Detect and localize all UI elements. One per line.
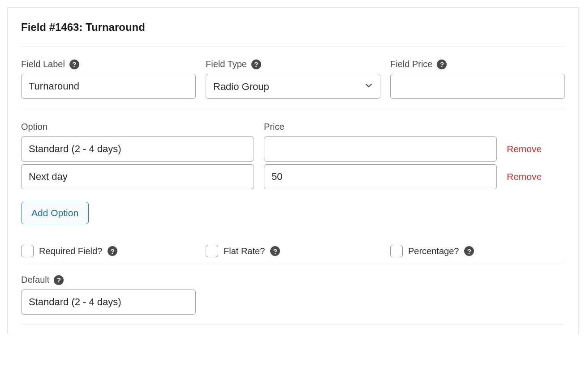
panel-title: Field #1463: Turnaround: [21, 21, 565, 34]
option-price-input[interactable]: [264, 164, 497, 189]
flat-rate-label: Flat Rate?: [224, 246, 265, 256]
field-type-col: Field Type ? Radio Group: [206, 59, 380, 99]
remove-option-button[interactable]: Remove: [507, 171, 542, 182]
field-price-input[interactable]: [390, 74, 565, 99]
remove-option-button[interactable]: Remove: [507, 144, 542, 154]
field-label-text: Field Label: [21, 59, 65, 69]
help-icon[interactable]: ?: [69, 60, 79, 69]
field-price-text: Field Price: [390, 59, 432, 69]
help-icon[interactable]: ?: [437, 60, 447, 69]
help-icon[interactable]: ?: [54, 275, 64, 285]
field-type-text: Field Type: [206, 59, 247, 69]
help-icon[interactable]: ?: [270, 246, 280, 256]
option-name-input[interactable]: [21, 136, 254, 162]
divider: [21, 109, 565, 109]
divider: [21, 324, 565, 325]
option-price-input[interactable]: [264, 136, 497, 162]
option-name-input[interactable]: [21, 164, 254, 189]
options-section: Option Price Remove: [21, 122, 565, 224]
field-type-select[interactable]: Radio Group: [206, 74, 380, 99]
default-input[interactable]: [21, 290, 196, 315]
percentage-group: Percentage? ?: [390, 245, 565, 257]
option-header: Option: [21, 122, 47, 132]
price-header: Price: [264, 122, 284, 132]
required-label: Required Field?: [39, 246, 102, 256]
field-price-col: Field Price ?: [390, 59, 565, 99]
add-option-button[interactable]: Add Option: [21, 202, 89, 224]
flat-rate-group: Flat Rate? ?: [206, 245, 380, 257]
divider: [21, 46, 565, 47]
option-row: Remove: [21, 136, 565, 162]
help-icon[interactable]: ?: [464, 246, 474, 256]
required-checkbox[interactable]: [21, 245, 34, 257]
help-icon[interactable]: ?: [108, 246, 117, 256]
field-editor-panel: Field #1463: Turnaround Field Label ? Fi…: [7, 7, 579, 334]
percentage-label: Percentage?: [408, 246, 459, 256]
flat-rate-checkbox[interactable]: [206, 245, 218, 257]
default-label: Default: [21, 275, 49, 285]
field-label-col: Field Label ?: [21, 59, 196, 99]
divider: [21, 262, 565, 262]
help-icon[interactable]: ?: [251, 60, 261, 69]
option-row: Remove: [21, 164, 565, 189]
default-section: Default ?: [21, 275, 565, 315]
percentage-checkbox[interactable]: [390, 245, 403, 257]
checkbox-row: Required Field? ? Flat Rate? ? Percentag…: [21, 245, 565, 257]
field-meta-row: Field Label ? Field Type ? Radio Group F: [21, 59, 565, 99]
field-label-input[interactable]: [21, 74, 196, 99]
required-field-group: Required Field? ?: [21, 245, 196, 257]
